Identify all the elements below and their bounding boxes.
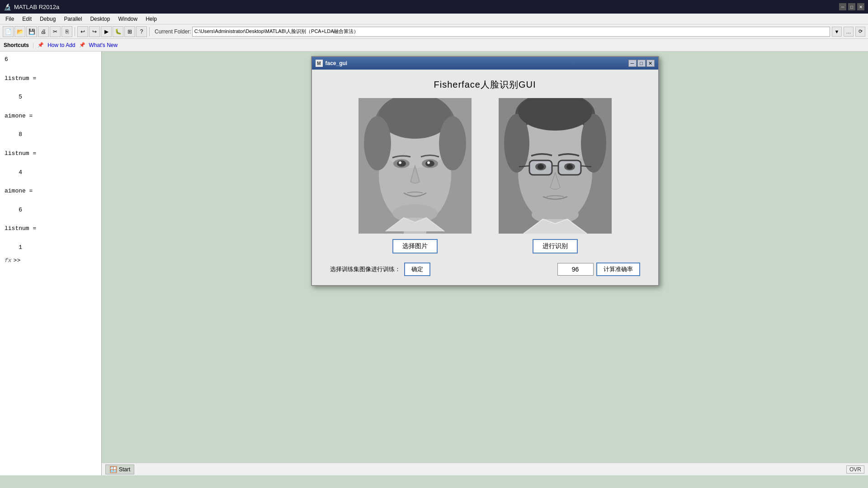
whats-new-link[interactable]: What's New bbox=[89, 42, 118, 48]
accuracy-display: 96 bbox=[557, 263, 594, 276]
toolbar: 📄 📂 💾 🖨 ✂ ⎘ ↩ ↪ ▶ 🐛 ⊞ ? Current Folder: … bbox=[0, 24, 868, 39]
cmd-line-blank2 bbox=[5, 83, 97, 93]
prompt-symbol: >> bbox=[14, 257, 21, 264]
open-button[interactable]: 📂 bbox=[14, 26, 25, 37]
browse-button[interactable]: ▼ bbox=[832, 27, 842, 37]
title-bar: 🔬 MATLAB R2012a ─ □ ✕ bbox=[0, 0, 868, 14]
cmd-line-blank4 bbox=[5, 121, 97, 131]
train-section: 选择训练集图像进行训练： 确定 bbox=[330, 263, 430, 276]
cmd-listnum2: listnum = bbox=[5, 149, 97, 159]
main-area: 6 listnum = 5 aimone = 8 listnum = 4 aim… bbox=[0, 52, 868, 475]
separator2 bbox=[149, 27, 150, 36]
input-face-image bbox=[359, 98, 472, 234]
current-folder-label: Current Folder: bbox=[155, 28, 191, 35]
train-confirm-button[interactable]: 确定 bbox=[404, 263, 430, 276]
cmd-line-blank5 bbox=[5, 140, 97, 149]
recognize-button[interactable]: 进行识别 bbox=[533, 239, 578, 253]
modal-minimize-button[interactable]: ─ bbox=[628, 60, 637, 67]
title-bar-controls: ─ □ ✕ bbox=[839, 3, 864, 10]
cmd-line-6: 6 bbox=[5, 55, 97, 65]
modal-maximize-button[interactable]: □ bbox=[637, 60, 646, 67]
menu-help[interactable]: Help bbox=[142, 15, 160, 23]
modal-title: face_gui bbox=[326, 60, 627, 66]
current-folder-input[interactable] bbox=[192, 27, 830, 37]
svg-point-6 bbox=[439, 116, 466, 170]
close-button[interactable]: ✕ bbox=[857, 3, 864, 10]
maximize-button[interactable]: □ bbox=[848, 3, 855, 10]
how-to-add-link[interactable]: How to Add bbox=[47, 42, 75, 48]
select-image-button[interactable]: 选择图片 bbox=[392, 239, 438, 253]
help-toolbar-button[interactable]: ? bbox=[136, 26, 147, 37]
fx-icon: fx bbox=[5, 257, 12, 264]
cmd-listnum3: listnum = bbox=[5, 224, 97, 234]
menu-bar: File Edit Debug Parallel Desktop Window … bbox=[0, 14, 868, 24]
separator bbox=[75, 27, 75, 36]
right-face-svg bbox=[499, 98, 612, 234]
menu-edit[interactable]: Edit bbox=[19, 15, 35, 23]
menu-desktop[interactable]: Desktop bbox=[86, 15, 113, 23]
prompt-area: fx >> bbox=[5, 257, 97, 264]
result-face-image bbox=[499, 98, 612, 234]
print-button[interactable]: 🖨 bbox=[38, 26, 49, 37]
new-file-button[interactable]: 📄 bbox=[3, 26, 14, 37]
command-window: 6 listnum = 5 aimone = 8 listnum = 4 aim… bbox=[0, 52, 102, 475]
start-button[interactable]: 🪟 Start bbox=[105, 465, 134, 474]
matlab-icon: M bbox=[316, 60, 323, 67]
navigate-button[interactable]: … bbox=[844, 27, 854, 37]
svg-point-12 bbox=[427, 161, 430, 164]
shortcuts-label: Shortcuts bbox=[4, 42, 29, 48]
modal-titlebar: M face_gui ─ □ ✕ bbox=[312, 57, 658, 70]
refresh-button[interactable]: ⟳ bbox=[855, 27, 865, 37]
left-image-col: 选择图片 bbox=[359, 98, 472, 253]
ovr-indicator: OVR bbox=[846, 465, 864, 474]
cmd-4: 4 bbox=[5, 168, 97, 178]
svg-point-5 bbox=[364, 116, 391, 170]
cmd-line-blank7 bbox=[5, 177, 97, 187]
shortcut-icon-2: 📌 bbox=[79, 42, 85, 48]
right-area: M face_gui ─ □ ✕ Fisherface人脸识别GUI bbox=[102, 52, 868, 475]
title-bar-text: MATLAB R2012a bbox=[14, 4, 59, 10]
svg-point-29 bbox=[538, 164, 544, 169]
copy-button[interactable]: ⎘ bbox=[61, 26, 72, 37]
bottom-row: 选择训练集图像进行训练： 确定 96 计算准确率 bbox=[326, 263, 645, 276]
debug-button[interactable]: 🐛 bbox=[113, 26, 123, 37]
cmd-5: 5 bbox=[5, 93, 97, 102]
face-gui-dialog: M face_gui ─ □ ✕ Fisherface人脸识别GUI bbox=[311, 56, 659, 286]
cmd-line-blank1 bbox=[5, 65, 97, 74]
redo-button[interactable]: ↪ bbox=[89, 26, 100, 37]
right-bottom-section: 96 计算准确率 bbox=[557, 263, 640, 276]
run-button[interactable]: ▶ bbox=[101, 26, 112, 37]
start-icon: 🪟 bbox=[109, 466, 117, 473]
menu-file[interactable]: File bbox=[2, 15, 18, 23]
cmd-line-blank6 bbox=[5, 159, 97, 168]
undo-button[interactable]: ↩ bbox=[77, 26, 88, 37]
shortcuts-bar: Shortcuts | 📌 How to Add 📌 What's New bbox=[0, 39, 868, 52]
svg-point-31 bbox=[566, 164, 573, 169]
cmd-aimone1: aimone = bbox=[5, 112, 97, 121]
svg-point-11 bbox=[425, 160, 434, 167]
calc-accuracy-button[interactable]: 计算准确率 bbox=[596, 263, 640, 276]
menu-window[interactable]: Window bbox=[114, 15, 141, 23]
cmd-line-blank10 bbox=[5, 234, 97, 243]
title-bar-icon: 🔬 bbox=[4, 3, 11, 10]
train-label: 选择训练集图像进行训练： bbox=[330, 265, 401, 273]
cut-button[interactable]: ✂ bbox=[50, 26, 61, 37]
cmd-listnum1: listnum = bbox=[5, 74, 97, 84]
save-button[interactable]: 💾 bbox=[26, 26, 37, 37]
modal-heading: Fisherface人脸识别GUI bbox=[434, 79, 536, 91]
images-row: 选择图片 bbox=[359, 98, 612, 253]
simulink-button[interactable]: ⊞ bbox=[124, 26, 135, 37]
modal-close-button[interactable]: ✕ bbox=[646, 60, 655, 67]
svg-point-9 bbox=[399, 161, 401, 164]
left-face-svg bbox=[359, 98, 472, 234]
cmd-line-blank9 bbox=[5, 215, 97, 225]
svg-point-8 bbox=[397, 160, 406, 167]
cmd-line-blank8 bbox=[5, 196, 97, 206]
status-bar: 🪟 Start OVR bbox=[102, 463, 868, 475]
cmd-6: 6 bbox=[5, 206, 97, 215]
shortcut-icon-1: 📌 bbox=[38, 42, 44, 48]
menu-parallel[interactable]: Parallel bbox=[60, 15, 85, 23]
minimize-button[interactable]: ─ bbox=[839, 3, 846, 10]
cmd-aimone2: aimone = bbox=[5, 187, 97, 196]
menu-debug[interactable]: Debug bbox=[36, 15, 59, 23]
